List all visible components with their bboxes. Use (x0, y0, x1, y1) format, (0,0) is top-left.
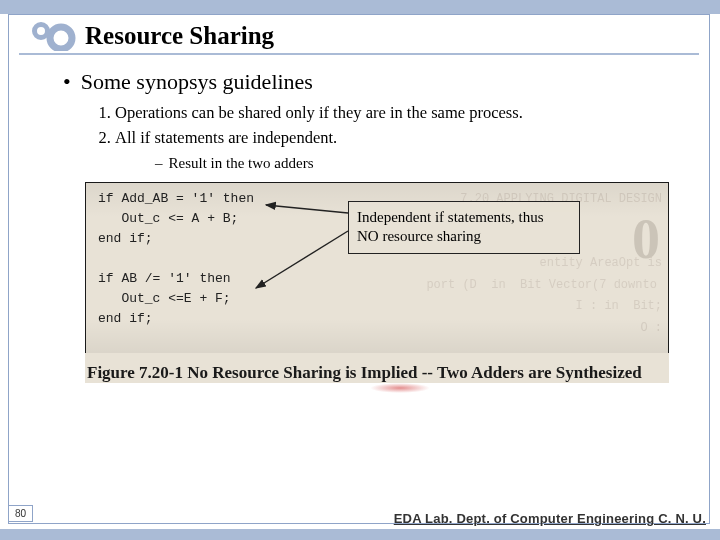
sub-item-1: Operations can be shared only if they ar… (115, 101, 669, 126)
dash-text: Result in the two adders (169, 155, 314, 171)
footer-text: EDA Lab. Dept. of Computer Engineering C… (394, 511, 706, 526)
dash-icon: – (155, 155, 163, 171)
svg-point-0 (50, 27, 72, 49)
svg-line-3 (256, 231, 348, 288)
bullet-main: •Some synopsys guidelines (9, 59, 709, 99)
arrows-icon (86, 183, 646, 354)
sub-item-2: All if statements are independent. (115, 126, 669, 151)
slide-title: Resource Sharing (85, 22, 274, 50)
figure-wrap: 0 7.20 APPLYING DIGITAL DESIGN entity Ar… (85, 182, 669, 383)
title-row: Resource Sharing (19, 15, 699, 55)
red-smudge (370, 383, 430, 393)
circles-icon (23, 21, 77, 51)
page-number: 80 (8, 505, 33, 522)
top-bar (0, 0, 720, 14)
figure: 0 7.20 APPLYING DIGITAL DESIGN entity Ar… (85, 182, 669, 354)
svg-line-2 (266, 205, 348, 213)
slide-frame: Resource Sharing •Some synopsys guidelin… (8, 14, 710, 524)
svg-point-1 (35, 25, 48, 38)
bullet-dot: • (63, 69, 71, 94)
bottom-bar (0, 529, 720, 540)
sub-dash: –Result in the two adders (9, 153, 709, 180)
bullet-text: Some synopsys guidelines (81, 69, 313, 94)
figure-caption: Figure 7.20-1 No Resource Sharing is Imp… (85, 353, 669, 383)
sub-list: Operations can be shared only if they ar… (9, 99, 709, 153)
